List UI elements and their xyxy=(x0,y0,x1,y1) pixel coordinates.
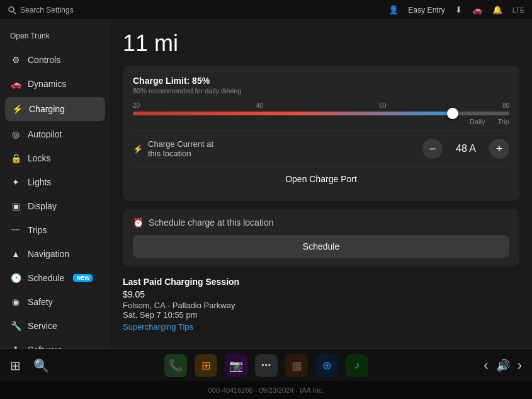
taskbar-controls-icon[interactable]: ⊞ xyxy=(10,358,21,373)
sidebar-item-label: Safety xyxy=(28,297,53,307)
sidebar-item-schedule[interactable]: 🕐 Schedule NEW xyxy=(0,266,110,290)
navigation-icon: ▲ xyxy=(10,249,21,259)
taskbar: ⊞ 🔍 📞 ⊞ 📷 ••• ▦ ⊕ ♪ ‹ 🔊 › xyxy=(0,349,532,381)
last-paid-location: Folsom, CA - Palladio Parkway xyxy=(123,301,519,310)
open-trunk-button[interactable]: Open Trunk xyxy=(0,25,110,48)
autopilot-icon: ◎ xyxy=(10,129,21,139)
schedule-badge: NEW xyxy=(73,274,93,282)
service-icon: 🔧 xyxy=(10,321,21,331)
slider-fill xyxy=(133,112,453,115)
sidebar-item-controls[interactable]: ⚙ Controls xyxy=(0,48,110,72)
charge-current-icon: ⚡ xyxy=(133,144,143,154)
svg-line-1 xyxy=(14,11,16,14)
search-wrap[interactable]: Search Settings xyxy=(8,6,74,14)
schedule-icon: 🕐 xyxy=(10,273,21,283)
taskbar-spotify-app[interactable]: ♪ xyxy=(346,354,368,377)
taskbar-home-app[interactable]: ⊞ xyxy=(195,354,217,377)
top-bar-right: 👤 Easy Entry ⬇ 🚗 🔔 LTE xyxy=(388,5,524,14)
charge-limit-title: Charge Limit: 85% xyxy=(133,76,509,86)
charge-current-control: − 48 A + xyxy=(422,139,509,159)
last-paid-title: Last Paid Charging Session xyxy=(123,277,519,287)
search-icon xyxy=(8,6,16,14)
person-icon: 👤 xyxy=(388,5,399,14)
software-icon: ⬇ xyxy=(10,345,21,349)
sidebar-item-label: Dynamics xyxy=(28,79,66,89)
home-icon: ⊞ xyxy=(201,359,211,373)
slider-track[interactable] xyxy=(133,112,509,115)
sidebar-item-label: Locks xyxy=(28,153,51,163)
top-bar-left: Search Settings xyxy=(8,6,74,14)
volume-icon[interactable]: 🔊 xyxy=(496,359,510,373)
lte-label: LTE xyxy=(512,6,524,14)
sidebar-item-charging[interactable]: ⚡ Charging xyxy=(5,97,105,121)
sidebar-item-safety[interactable]: ◉ Safety xyxy=(0,290,110,314)
decrease-current-button[interactable]: − xyxy=(422,139,443,159)
charge-current-row: ⚡ Charge Current at this location − 48 A… xyxy=(133,130,509,166)
schedule-button[interactable]: Schedule xyxy=(133,235,509,258)
safety-icon: ◉ xyxy=(10,297,21,307)
sidebar: Open Trunk ⚙ Controls 🚗 Dynamics ⚡ Charg… xyxy=(0,20,110,349)
phone-icon: 📞 xyxy=(169,359,183,373)
open-charge-port-section[interactable]: Open Charge Port xyxy=(133,166,509,191)
sidebar-item-autopilot[interactable]: ◎ Autopilot xyxy=(0,122,110,146)
sidebar-item-locks[interactable]: 🔒 Locks xyxy=(0,146,110,170)
bell-icon: 🔔 xyxy=(492,5,502,14)
increase-current-button[interactable]: + xyxy=(489,139,509,159)
easy-entry-label[interactable]: Easy Entry xyxy=(409,6,445,14)
trips-icon: 〰 xyxy=(10,225,21,235)
label-trip: Trip xyxy=(497,118,509,125)
supercharging-tips-link[interactable]: Supercharging Tips xyxy=(123,322,193,332)
schedule-label: Schedule charge at this location xyxy=(149,217,273,228)
sidebar-item-label: Display xyxy=(28,201,57,211)
sidebar-item-lights[interactable]: ✦ Lights xyxy=(0,170,110,194)
sidebar-item-trips[interactable]: 〰 Trips xyxy=(0,218,110,242)
charge-current-label: ⚡ Charge Current at this location xyxy=(133,139,213,158)
sidebar-item-display[interactable]: ▣ Display xyxy=(0,194,110,218)
chevron-left-icon[interactable]: ‹ xyxy=(484,357,488,374)
taskbar-more-app[interactable]: ••• xyxy=(255,354,278,377)
sidebar-item-dynamics[interactable]: 🚗 Dynamics xyxy=(0,72,110,96)
sidebar-item-navigation[interactable]: ▲ Navigation xyxy=(0,242,110,266)
sidebar-item-label: Autopilot xyxy=(28,129,62,139)
schedule-card: ⏰ Schedule charge at this location Sched… xyxy=(123,209,519,267)
car-icon: 🚗 xyxy=(472,5,482,14)
taskbar-left: ⊞ 🔍 xyxy=(10,358,49,373)
sidebar-item-label: Schedule xyxy=(28,273,64,283)
svg-point-0 xyxy=(9,7,14,12)
search-label: Search Settings xyxy=(20,6,74,14)
charge-current-text: Charge Current at this location xyxy=(148,139,213,158)
last-paid-amount: $9.05 xyxy=(123,289,519,299)
cards-icon: ▦ xyxy=(291,359,302,373)
locks-icon: 🔒 xyxy=(10,153,21,163)
schedule-alarm-icon: ⏰ xyxy=(133,217,144,228)
taskbar-navigate-app[interactable]: ⊕ xyxy=(315,354,338,377)
main-layout: Open Trunk ⚙ Controls 🚗 Dynamics ⚡ Charg… xyxy=(0,20,532,349)
spotify-icon: ♪ xyxy=(354,359,360,372)
navigate-icon: ⊕ xyxy=(322,359,332,373)
lights-icon: ✦ xyxy=(10,177,21,187)
download-icon: ⬇ xyxy=(455,5,462,14)
sidebar-item-label: Controls xyxy=(28,55,60,65)
display-icon: ▣ xyxy=(10,201,21,211)
sidebar-item-software[interactable]: ⬇ Software xyxy=(0,338,110,349)
dynamics-icon: 🚗 xyxy=(10,79,21,89)
sidebar-item-label: Lights xyxy=(28,177,51,187)
page-title: 11 mi xyxy=(123,30,519,57)
status-bar: 000-40416266 - 09/23/2024 - IAA Inc. xyxy=(0,381,532,399)
open-charge-port-button[interactable]: Open Charge Port xyxy=(285,174,357,184)
taskbar-search-icon[interactable]: 🔍 xyxy=(33,358,49,373)
taskbar-center: 📞 ⊞ 📷 ••• ▦ ⊕ ♪ xyxy=(164,354,368,377)
sidebar-item-label: Navigation xyxy=(28,249,69,259)
chevron-right-icon[interactable]: › xyxy=(518,357,522,374)
status-text: 000-40416266 - 09/23/2024 - IAA Inc. xyxy=(208,386,324,394)
marker-20: 20 xyxy=(133,102,140,109)
taskbar-camera-app[interactable]: 📷 xyxy=(225,354,247,377)
taskbar-right: ‹ 🔊 › xyxy=(484,357,522,374)
charge-limit-slider[interactable]: 20 40 60 80 Daily Trip xyxy=(133,102,509,125)
label-daily: Daily xyxy=(470,118,485,125)
charge-limit-subtitle: 80% recommended for daily driving xyxy=(133,87,509,95)
sidebar-item-service[interactable]: 🔧 Service xyxy=(0,314,110,338)
taskbar-cards-app[interactable]: ▦ xyxy=(285,354,308,377)
last-paid-date: Sat, Sep 7 10:55 pm xyxy=(123,310,519,320)
taskbar-phone-app[interactable]: 📞 xyxy=(164,354,187,377)
